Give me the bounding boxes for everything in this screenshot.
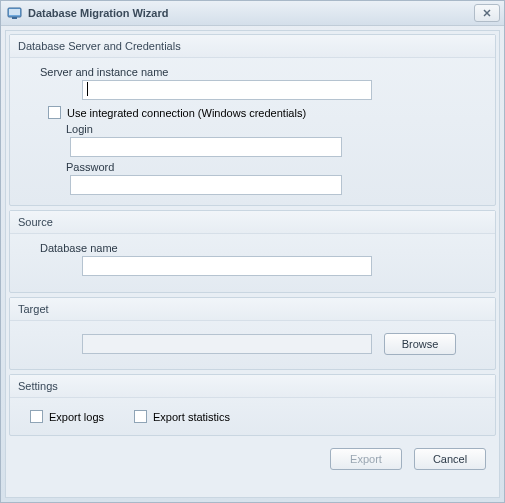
group-target-title: Target [10, 298, 495, 321]
server-name-input[interactable] [82, 80, 372, 100]
login-label: Login [66, 123, 483, 135]
integrated-auth-label: Use integrated connection (Windows crede… [67, 107, 306, 119]
group-source-title: Source [10, 211, 495, 234]
app-icon [7, 6, 23, 20]
target-path-input[interactable] [82, 334, 372, 354]
svg-rect-2 [12, 17, 17, 19]
cancel-button[interactable]: Cancel [414, 448, 486, 470]
database-name-input[interactable] [82, 256, 372, 276]
close-icon [482, 8, 492, 18]
group-target: Target Browse [9, 297, 496, 370]
login-input[interactable] [70, 137, 342, 157]
database-name-label: Database name [40, 242, 483, 254]
button-bar: Export Cancel [9, 440, 496, 474]
export-stats-checkbox[interactable] [134, 410, 147, 423]
close-button[interactable] [474, 4, 500, 22]
export-stats-label: Export statistics [153, 411, 230, 423]
svg-rect-1 [9, 9, 20, 15]
export-logs-checkbox[interactable] [30, 410, 43, 423]
integrated-auth-checkbox[interactable] [48, 106, 61, 119]
group-credentials-title: Database Server and Credentials [10, 35, 495, 58]
export-button[interactable]: Export [330, 448, 402, 470]
server-name-label: Server and instance name [40, 66, 483, 78]
password-label: Password [66, 161, 483, 173]
export-logs-label: Export logs [49, 411, 104, 423]
dialog-window: Database Migration Wizard Database Serve… [0, 0, 505, 503]
group-credentials: Database Server and Credentials Server a… [9, 34, 496, 206]
window-title: Database Migration Wizard [28, 7, 474, 19]
group-settings-title: Settings [10, 375, 495, 398]
titlebar: Database Migration Wizard [1, 1, 504, 26]
browse-button[interactable]: Browse [384, 333, 456, 355]
password-input[interactable] [70, 175, 342, 195]
group-source: Source Database name [9, 210, 496, 293]
group-settings: Settings Export logs Export statistics [9, 374, 496, 436]
